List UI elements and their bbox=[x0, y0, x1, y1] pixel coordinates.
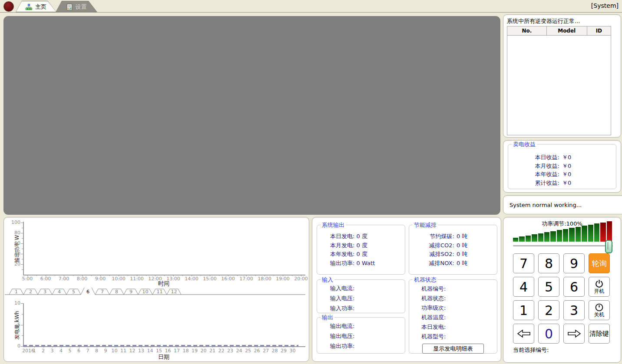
field-label: 输出电流: bbox=[330, 323, 354, 329]
clear-button[interactable]: 清除键 bbox=[589, 324, 610, 344]
arrow-right-button[interactable] bbox=[563, 324, 585, 344]
tick-mark bbox=[21, 223, 23, 223]
field-label: 减排NOX: bbox=[409, 259, 454, 268]
tick-mark bbox=[22, 249, 23, 249]
tick-mark bbox=[70, 346, 70, 348]
tick-label: 60 bbox=[7, 240, 20, 246]
system-output-groupbox: 系统输出 本日发电: 0 度本月发电: 0 度本年发电: 0 度输出功率: 0 … bbox=[317, 225, 405, 275]
power-level-bar bbox=[563, 229, 568, 242]
power-level-bar bbox=[513, 238, 518, 242]
info-row: 机器型号: bbox=[421, 332, 497, 341]
month-tab-10[interactable]: 10 bbox=[138, 289, 152, 295]
tick-mark bbox=[228, 275, 228, 276]
energy-saving-title: 节能减排 bbox=[413, 221, 438, 229]
generation-detail-button[interactable]: 显示发电明细表 bbox=[422, 344, 484, 354]
tick-mark bbox=[82, 275, 83, 276]
tab-settings-label: 设置 bbox=[76, 3, 87, 11]
month-tab-3[interactable]: 3 bbox=[38, 289, 52, 295]
tick-mark bbox=[257, 346, 258, 348]
month-tab-strip[interactable]: 123456789101112 bbox=[4, 286, 309, 296]
table-body[interactable] bbox=[507, 36, 611, 135]
month-tab-label: 4 bbox=[58, 289, 61, 295]
field-label: 机器编号: bbox=[421, 285, 446, 292]
power-slider-thumb[interactable] bbox=[605, 240, 612, 253]
tick-mark bbox=[106, 346, 106, 348]
tick-mark bbox=[21, 233, 23, 233]
month-tab-1[interactable]: 1 bbox=[9, 289, 23, 295]
field-label: 本日发电: bbox=[421, 324, 446, 330]
month-tab-6[interactable]: 6 bbox=[81, 288, 95, 295]
key-label: 0 bbox=[545, 326, 553, 341]
tick-label: 20:00 bbox=[292, 276, 310, 282]
field-label: 机器型号: bbox=[421, 333, 446, 340]
field-label: 节约煤碳: bbox=[409, 232, 454, 241]
tick-label: 15:00 bbox=[201, 276, 218, 282]
month-tab-2[interactable]: 2 bbox=[23, 289, 38, 295]
table-header-id: ID bbox=[587, 26, 611, 35]
tick-label: 5 bbox=[7, 322, 20, 328]
month-tab-7[interactable]: 7 bbox=[95, 289, 109, 295]
keypad-0[interactable]: 0 bbox=[538, 324, 559, 344]
tick-label: 8:00 bbox=[73, 276, 91, 282]
tick-mark bbox=[150, 346, 151, 348]
month-tab-9[interactable]: 9 bbox=[124, 289, 138, 295]
power-off-button[interactable]: 关机 bbox=[589, 300, 610, 320]
field-value: 0 吨 bbox=[457, 241, 497, 250]
field-label: 输入电流: bbox=[330, 285, 354, 292]
keypad-5[interactable]: 5 bbox=[538, 277, 559, 297]
month-tab-11[interactable]: 11 bbox=[152, 289, 167, 295]
energy-saving-groupbox: 节能减排 节约煤碳: 0 吨减排CO2: 0 吨减排SO2: 0 吨减排NOX:… bbox=[409, 225, 497, 275]
tick-mark bbox=[115, 346, 115, 348]
field-value: 0 度 bbox=[354, 242, 367, 249]
month-tab-12[interactable]: 12 bbox=[167, 289, 181, 295]
tab-home[interactable]: 主页 bbox=[16, 1, 56, 12]
tick-mark bbox=[79, 346, 79, 348]
keypad-2[interactable]: 2 bbox=[538, 300, 559, 320]
power-level-bar bbox=[588, 225, 593, 242]
tick-mark bbox=[21, 325, 23, 325]
revenue-items: 本日收益: ￥0本月收益: ￥0本年收益: ￥0累计收益: ￥0 bbox=[508, 144, 616, 187]
month-tab-5[interactable]: 5 bbox=[66, 289, 81, 295]
tab-settings[interactable]: 设置 bbox=[56, 1, 97, 12]
tick-mark bbox=[88, 346, 88, 348]
poll-button[interactable]: 轮询 bbox=[589, 253, 610, 273]
tick-mark bbox=[132, 346, 133, 348]
tick-mark bbox=[52, 346, 53, 348]
month-tab-label: 12 bbox=[171, 289, 177, 295]
keypad-9[interactable]: 9 bbox=[563, 253, 585, 273]
keypad-1[interactable]: 1 bbox=[513, 300, 534, 320]
tick-mark bbox=[265, 275, 265, 276]
key-label: 1 bbox=[519, 303, 528, 318]
keypad-4[interactable]: 4 bbox=[513, 277, 534, 297]
system-output-title: 系统输出 bbox=[321, 221, 346, 229]
table-header-model: Model bbox=[547, 26, 587, 35]
current-selection-label: 当前选择编号: bbox=[513, 346, 549, 354]
energy-chart-xlabel: 日期 bbox=[142, 353, 185, 361]
input-groupbox: 输入 输入电流:输入电压:输入功率: bbox=[317, 279, 405, 313]
key-label: 开机 bbox=[594, 289, 605, 294]
keypad-6[interactable]: 6 bbox=[563, 277, 585, 297]
tick-label: 0 bbox=[7, 343, 20, 349]
power-chart-ylabel: 输出功率 W bbox=[13, 219, 21, 279]
power-slider-groove[interactable] bbox=[513, 245, 613, 246]
keypad-7[interactable]: 7 bbox=[513, 253, 534, 273]
month-tab-8[interactable]: 8 bbox=[109, 289, 124, 295]
key-label: 3 bbox=[570, 303, 578, 318]
arrow-left-button[interactable] bbox=[513, 324, 534, 344]
tick-mark bbox=[283, 275, 283, 276]
month-tab-label: 6 bbox=[86, 289, 89, 295]
field-label: 本日收益: bbox=[508, 153, 559, 162]
keypad-3[interactable]: 3 bbox=[563, 300, 585, 320]
month-tab-4[interactable]: 4 bbox=[52, 289, 66, 295]
tick-label: 30 bbox=[286, 348, 299, 354]
power-level-bar bbox=[594, 223, 599, 242]
field-value: ￥0 bbox=[562, 162, 616, 171]
inverter-table[interactable]: No.ModelID bbox=[507, 26, 611, 135]
tick-mark bbox=[22, 228, 23, 228]
month-tab-label: 8 bbox=[115, 289, 118, 295]
tick-mark bbox=[293, 346, 293, 348]
tick-mark bbox=[22, 335, 23, 336]
tick-mark bbox=[21, 346, 23, 347]
power-on-button[interactable]: 开机 bbox=[589, 277, 610, 297]
keypad-8[interactable]: 8 bbox=[538, 253, 559, 273]
